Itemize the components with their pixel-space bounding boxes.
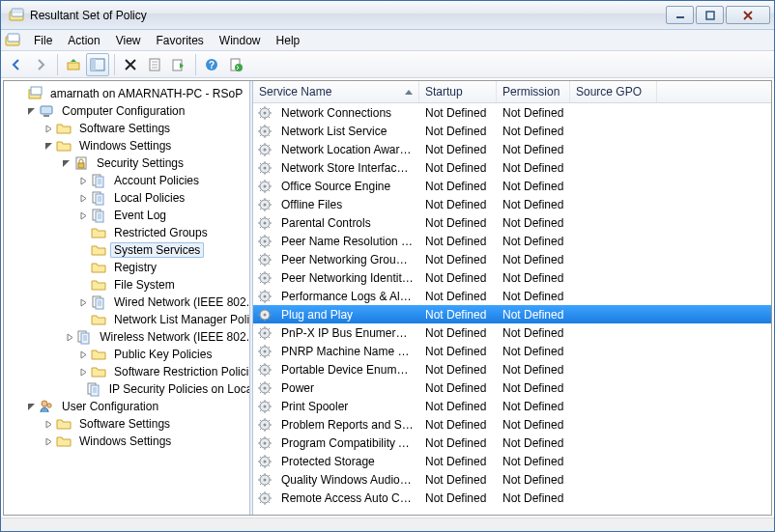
tree-item-label: Windows Settings (75, 434, 175, 449)
expand-icon[interactable] (77, 175, 89, 186)
tree-item[interactable]: Local Policies (4, 189, 249, 207)
cell-permission: Not Defined (497, 308, 570, 322)
table-row[interactable]: Parental ControlsNot DefinedNot Defined (253, 213, 771, 232)
tree-item[interactable]: Wireless Network (IEEE 802.11) Policies (4, 328, 249, 346)
tree-item[interactable]: Computer Configuration (4, 102, 249, 120)
collapse-icon[interactable] (60, 157, 72, 169)
column-startup[interactable]: Startup (419, 81, 497, 102)
table-row[interactable]: Performance Logs & AlertsNot DefinedNot … (253, 287, 771, 305)
help-button[interactable]: ? (200, 53, 223, 76)
close-button[interactable] (726, 6, 770, 24)
tree-item-label: Local Policies (110, 190, 188, 206)
pol-icon (91, 294, 106, 310)
table-row[interactable]: Peer Name Resolution Pr...Not DefinedNot… (253, 232, 771, 250)
cell-permission: Not Defined (497, 253, 570, 266)
expand-icon[interactable] (77, 349, 89, 360)
gear-icon (257, 142, 273, 157)
tree-item[interactable]: File System (4, 276, 249, 294)
tree-item[interactable]: Software Settings (4, 415, 249, 433)
export-button[interactable] (167, 53, 190, 76)
tree-item[interactable]: System Services (4, 241, 249, 259)
column-permission[interactable]: Permission (497, 81, 570, 102)
properties-button[interactable] (143, 53, 166, 76)
tree-item[interactable]: IP Security Policies on Local Computer (4, 380, 249, 398)
menu-window[interactable]: Window (212, 32, 269, 49)
menu-action[interactable]: Action (60, 32, 107, 49)
svg-point-41 (264, 166, 267, 169)
back-button[interactable] (5, 53, 28, 76)
table-row[interactable]: Print SpoolerNot DefinedNot Defined (253, 397, 771, 415)
table-row[interactable]: Network Store Interface S...Not DefinedN… (253, 158, 771, 177)
show-hide-tree-button[interactable] (86, 53, 109, 76)
collapse-icon[interactable] (43, 140, 54, 152)
tree-item[interactable]: Public Key Policies (4, 346, 249, 363)
tree-item[interactable]: Software Restriction Policies (4, 363, 249, 380)
menu-file[interactable]: File (26, 32, 60, 49)
delete-button[interactable] (119, 53, 142, 76)
minimize-button[interactable] (666, 6, 694, 24)
tree-item[interactable]: Windows Settings (4, 137, 249, 154)
table-row[interactable]: PNRP Machine Name Pu...Not DefinedNot De… (253, 342, 771, 360)
column-source-gpo[interactable]: Source GPO (570, 81, 657, 102)
tree-item[interactable]: amarnath on AMARNATH-PC - RSoP (4, 85, 249, 102)
expand-icon[interactable] (43, 123, 54, 134)
table-row[interactable]: Network ConnectionsNot DefinedNot Define… (253, 103, 771, 122)
menu-view[interactable]: View (108, 32, 149, 49)
table-row[interactable]: Problem Reports and Solu...Not DefinedNo… (253, 415, 771, 434)
table-row[interactable]: Plug and PlayNot DefinedNot Defined (253, 305, 771, 323)
table-row[interactable]: Portable Device Enumerat...Not DefinedNo… (253, 360, 771, 378)
up-button[interactable] (62, 53, 85, 76)
expand-icon[interactable] (43, 435, 54, 447)
tree-item[interactable]: Network List Manager Policies (4, 311, 249, 328)
refresh-button[interactable] (224, 53, 247, 76)
tree-item[interactable]: Event Log (4, 207, 249, 224)
table-row[interactable]: PnP-X IP Bus EnumeratorNot DefinedNot De… (253, 323, 771, 342)
tree-item[interactable]: Software Settings (4, 120, 249, 137)
gear-icon (257, 252, 273, 267)
table-row[interactable]: Quality Windows Audio V...Not DefinedNot… (253, 470, 771, 489)
tree-item[interactable]: Registry (4, 259, 249, 276)
forward-button[interactable] (29, 53, 52, 76)
table-row[interactable]: Program Compatibility As...Not DefinedNo… (253, 434, 771, 452)
table-row[interactable]: Network List ServiceNot DefinedNot Defin… (253, 122, 771, 140)
collapse-icon[interactable] (25, 105, 37, 117)
table-row[interactable]: Protected StorageNot DefinedNot Defined (253, 452, 771, 470)
table-row[interactable]: Network Location Awaren...Not DefinedNot… (253, 140, 771, 158)
folder-icon (56, 434, 72, 449)
table-row[interactable]: Offline FilesNot DefinedNot Defined (253, 195, 771, 213)
tree-item[interactable]: Account Policies (4, 172, 249, 189)
list-pane[interactable]: Service Name Startup Permission Source G… (253, 81, 771, 515)
tree-item[interactable]: Windows Settings (4, 433, 249, 450)
expand-icon[interactable] (43, 418, 54, 430)
tree-item[interactable]: Wired Network (IEEE 802.3) Policies (4, 294, 249, 311)
tree-item[interactable]: Restricted Groups (4, 224, 249, 241)
tree-pane[interactable]: amarnath on AMARNATH-PC - RSoPComputer C… (4, 81, 249, 515)
folder-icon (91, 277, 106, 293)
status-bar (1, 518, 774, 531)
collapse-icon[interactable] (25, 401, 37, 412)
table-row[interactable]: Peer Networking GroupingNot DefinedNot D… (253, 250, 771, 268)
folder-icon (91, 347, 106, 362)
table-row[interactable]: Peer Networking Identity ...Not DefinedN… (253, 268, 771, 287)
cell-service-name: Offline Files (275, 198, 419, 211)
expand-icon[interactable] (77, 366, 89, 378)
expand-icon[interactable] (77, 210, 89, 221)
table-row[interactable]: PowerNot DefinedNot Defined (253, 378, 771, 397)
menu-favorites[interactable]: Favorites (149, 32, 212, 49)
table-row[interactable]: Office Source EngineNot DefinedNot Defin… (253, 177, 771, 195)
toolbar: ? (1, 51, 774, 78)
menu-help[interactable]: Help (269, 32, 308, 49)
tree-item[interactable]: User Configuration (4, 398, 249, 415)
cell-service-name: Office Source Engine (275, 180, 419, 193)
svg-point-57 (264, 313, 267, 316)
expand-icon[interactable] (77, 192, 89, 204)
tree-item[interactable]: Security Settings (4, 154, 249, 172)
cell-permission: Not Defined (497, 363, 570, 377)
svg-rect-2 (706, 12, 714, 19)
tree-item-label: File System (110, 277, 179, 293)
table-row[interactable]: Remote Access Auto Con...Not DefinedNot … (253, 489, 771, 507)
maximize-button[interactable] (696, 6, 724, 24)
expand-icon[interactable] (65, 331, 74, 343)
column-service-name[interactable]: Service Name (253, 81, 419, 102)
expand-icon[interactable] (77, 296, 89, 308)
